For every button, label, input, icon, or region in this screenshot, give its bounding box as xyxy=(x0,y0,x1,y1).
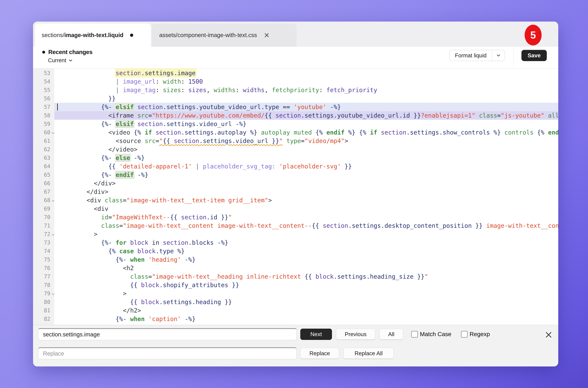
code-line[interactable]: <div xyxy=(54,204,558,213)
unsaved-count-badge: 5 xyxy=(525,25,541,46)
code-line[interactable]: </h2> xyxy=(54,306,558,315)
code-line[interactable]: {% case block.type %} xyxy=(54,247,558,255)
code-line[interactable]: {%- when 'caption' -%} xyxy=(54,315,558,323)
regexp-label: Regexp xyxy=(470,331,490,338)
code-line[interactable]: </div> xyxy=(54,188,558,196)
replace-all-button[interactable]: Replace All xyxy=(343,348,394,359)
code-line[interactable]: {%- else -%} xyxy=(54,154,558,162)
code-line[interactable]: class="image-with-text__content image-wi… xyxy=(54,221,558,230)
recent-changes-dot-icon xyxy=(42,51,45,54)
find-previous-button[interactable]: Previous xyxy=(336,329,375,340)
fold-chevron-icon[interactable] xyxy=(52,233,54,236)
version-dropdown-label: Current xyxy=(48,57,66,64)
recent-changes-label: Recent changes xyxy=(48,49,93,55)
code-line[interactable]: id="ImageWithText--{{ section.id }}" xyxy=(54,213,558,221)
line-number[interactable]: 67 xyxy=(33,188,54,196)
line-number[interactable]: 63 xyxy=(33,154,54,162)
line-number[interactable]: 56 xyxy=(33,94,54,103)
line-number[interactable]: 70 xyxy=(33,213,54,221)
tab-path-prefix: sections/ xyxy=(42,32,64,38)
search-input[interactable] xyxy=(38,328,297,340)
line-number[interactable]: 62 xyxy=(33,145,54,154)
line-number[interactable]: 64 xyxy=(33,162,54,170)
code-line[interactable]: {%- endif -%} xyxy=(54,170,558,179)
line-number[interactable]: 74 xyxy=(33,247,54,255)
line-number[interactable]: 60 xyxy=(33,128,54,137)
find-all-button[interactable]: All xyxy=(379,329,403,340)
code-line[interactable]: <h2 xyxy=(54,264,558,272)
replace-button[interactable]: Replace xyxy=(300,348,339,359)
line-number[interactable]: 66 xyxy=(33,179,54,188)
line-number[interactable]: 61 xyxy=(33,137,54,145)
line-number[interactable]: 68 xyxy=(33,196,54,204)
line-number[interactable]: 57 xyxy=(33,103,54,111)
line-number[interactable]: 78 xyxy=(33,281,54,289)
code-line[interactable]: <iframe src="https://www.youtube.com/emb… xyxy=(54,111,558,120)
code-line[interactable]: {{ block.settings.heading }} xyxy=(54,298,558,306)
match-case-checkbox[interactable] xyxy=(411,331,418,338)
save-button[interactable]: Save xyxy=(521,50,547,61)
code-line[interactable]: <source src="{{ section.settings.video_u… xyxy=(54,137,558,145)
code-line[interactable]: {{ 'detailed-apparel-1' | placeholder_sv… xyxy=(54,162,558,170)
code-line[interactable]: | image_tag: sizes: sizes, widths: width… xyxy=(54,86,558,94)
close-find-panel-icon[interactable] xyxy=(545,331,553,339)
line-number[interactable]: 53 xyxy=(33,69,54,77)
regexp-checkbox[interactable] xyxy=(461,331,468,338)
fold-chevron-icon[interactable] xyxy=(52,199,54,202)
tab-assets-component-css[interactable]: assets/component-image-with-text.css xyxy=(152,24,297,47)
line-number[interactable]: 58 xyxy=(33,111,54,120)
line-number[interactable]: 80 xyxy=(33,298,54,306)
code-line[interactable]: <div class="image-with-text__text-item g… xyxy=(54,196,558,204)
regexp-option[interactable]: Regexp xyxy=(461,331,490,338)
match-case-label: Match Case xyxy=(420,331,451,338)
replace-input[interactable] xyxy=(38,347,297,359)
format-liquid-label[interactable]: Format liquid xyxy=(449,52,492,59)
line-number[interactable]: 79 xyxy=(33,289,54,298)
desktop-background: { "colors": { "background_purple": "#7b6… xyxy=(0,0,588,388)
line-number[interactable]: 81 xyxy=(33,306,54,315)
line-number[interactable]: 54 xyxy=(33,77,54,86)
line-number[interactable]: 72 xyxy=(33,230,54,238)
line-number[interactable]: 77 xyxy=(33,272,54,281)
code-line[interactable]: {%- elsif section.settings.youtube_video… xyxy=(54,103,558,111)
code-line[interactable]: > xyxy=(54,230,558,238)
gutter: 5354555657585960616263646566676869707172… xyxy=(33,69,54,325)
tab-filename: image-with-text.liquid xyxy=(64,32,123,38)
code-line[interactable]: > xyxy=(54,289,558,298)
text-cursor xyxy=(57,103,58,111)
unsaved-changes-dot-icon xyxy=(130,34,133,37)
code-line[interactable]: }} xyxy=(54,94,558,103)
code-line[interactable]: {%- when 'heading' -%} xyxy=(54,255,558,264)
fold-chevron-icon[interactable] xyxy=(52,131,54,134)
close-tab-icon[interactable] xyxy=(264,32,270,38)
line-number[interactable]: 69 xyxy=(33,204,54,213)
code-line[interactable]: class="image-with-text__heading inline-r… xyxy=(54,272,558,281)
code-line[interactable]: section.settings.image xyxy=(54,69,558,77)
line-number[interactable]: 55 xyxy=(33,86,54,94)
version-dropdown[interactable]: Current xyxy=(48,57,72,64)
line-number[interactable]: 75 xyxy=(33,255,54,264)
fold-chevron-icon[interactable] xyxy=(52,292,54,295)
tab-sections-image-with-text-liquid[interactable]: sections/image-with-text.liquid xyxy=(35,24,151,47)
line-number[interactable]: 59 xyxy=(33,120,54,128)
code-lines[interactable]: section.settings.image | image_url: widt… xyxy=(54,69,558,325)
line-number[interactable]: 65 xyxy=(33,170,54,179)
format-liquid-split-button[interactable]: Format liquid xyxy=(449,50,505,61)
code-editor-window: sections/image-with-text.liquid assets/c… xyxy=(33,22,558,366)
format-options-dropdown[interactable] xyxy=(492,50,505,61)
line-number[interactable]: 76 xyxy=(33,264,54,272)
line-number[interactable]: 82 xyxy=(33,315,54,323)
find-next-button[interactable]: Next xyxy=(300,329,332,340)
code-line[interactable]: {%- elsif section.settings.video_url -%} xyxy=(54,120,558,128)
code-line[interactable]: {{ block.shopify_attributes }} xyxy=(54,281,558,289)
code-line[interactable]: <video {% if section.settings.autoplay %… xyxy=(54,128,558,137)
line-number[interactable]: 73 xyxy=(33,238,54,247)
code-line[interactable]: {%- for block in section.blocks -%} xyxy=(54,238,558,247)
code-line[interactable]: </div> xyxy=(54,179,558,188)
find-replace-panel: Next Previous All Match Case Regexp Repl… xyxy=(33,325,558,366)
match-case-option[interactable]: Match Case xyxy=(411,331,451,338)
code-line[interactable]: | image_url: width: 1500 xyxy=(54,77,558,86)
chevron-down-icon xyxy=(497,53,500,56)
code-line[interactable]: </video> xyxy=(54,145,558,154)
line-number[interactable]: 71 xyxy=(33,221,54,230)
